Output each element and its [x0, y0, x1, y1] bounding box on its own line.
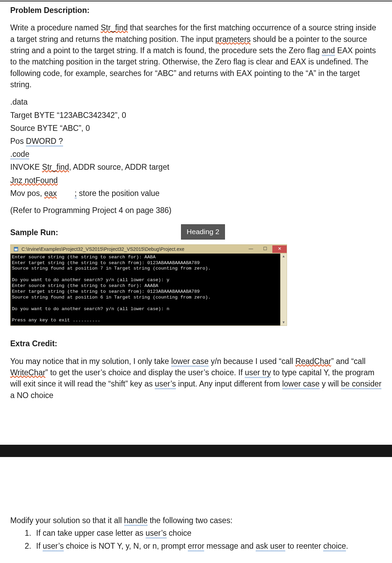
code-line-jnz: Jnz notFound: [10, 175, 382, 186]
grammar-and: and: [322, 46, 335, 56]
problem-description-paragraph: Write a procedure named Str_find that se…: [10, 22, 382, 90]
grammar-user-try: user try: [245, 368, 271, 378]
text: , ADDR source, ADDR target: [69, 163, 169, 171]
document-page-2: Modify your solution so that it all hand…: [0, 515, 392, 552]
minimize-button[interactable]: —: [244, 245, 258, 253]
scroll-up-icon[interactable]: ▲: [281, 254, 287, 260]
code-line-code: .code: [10, 149, 382, 159]
modify-list: If can take upper case letter as user’s …: [10, 528, 382, 552]
spellcheck-eax: eax: [44, 189, 57, 198]
grammar-users-2: user’s: [146, 529, 167, 538]
code-line-mov: Mov pos, eax; store the position value: [10, 188, 382, 199]
text: If can take upper case letter as: [36, 529, 146, 537]
text: choice is NOT Y, y, N, or n, prompt: [64, 542, 188, 550]
grammar-lower-case-2: lower case: [282, 379, 320, 389]
extra-credit-paragraph: You may notice that in my solution, I on…: [10, 356, 382, 401]
scroll-down-icon[interactable]: ▼: [281, 319, 287, 325]
code-line-invoke: INVOKE Str_find, ADDR source, ADDR targe…: [10, 162, 382, 172]
page-divider-band: [0, 445, 392, 457]
text: input. Any input different from: [176, 379, 282, 388]
modify-paragraph: Modify your solution so that it all hand…: [10, 515, 382, 526]
code-line-pos: Pos DWORD ?: [10, 136, 382, 147]
console-window: C:\Irvine\Examples\Project32_VS2015\Proj…: [10, 244, 287, 326]
code-line-target: Target BYTE “123ABC342342”, 0: [10, 110, 382, 121]
text: INVOKE: [10, 163, 42, 171]
text: .: [346, 542, 348, 550]
text: y/n because I used “call: [209, 357, 295, 366]
console-titlebar[interactable]: C:\Irvine\Examples\Project32_VS2015\Proj…: [11, 245, 287, 254]
spellcheck-writechar: WriteChar: [10, 368, 45, 377]
text: Write a procedure named: [10, 23, 101, 32]
text: ” to get the user’s choice and display t…: [45, 368, 245, 377]
spellcheck-str-find-2: Str_find: [42, 163, 69, 171]
document-page: Problem Description: Write a procedure n…: [0, 5, 392, 401]
spellcheck-prameters: prameters: [215, 35, 251, 44]
spellcheck-readchar: ReadChar: [296, 357, 331, 366]
text: message and: [204, 542, 256, 550]
problem-description-heading: Problem Description:: [10, 5, 382, 16]
list-item: If user’s choice is NOT Y, y, N, or n, p…: [33, 541, 382, 552]
grammar-lower-case-1: lower case: [171, 357, 209, 367]
text: to reenter: [285, 542, 323, 550]
text: y will: [320, 379, 341, 388]
text: the following two cases:: [148, 516, 232, 525]
grammar-users-3: user’s: [43, 542, 64, 551]
text: store the position value: [77, 189, 160, 198]
maximize-button[interactable]: ☐: [258, 245, 272, 253]
grammar-error: error: [188, 542, 205, 551]
sample-run-heading: Sample Run:: [10, 227, 58, 238]
grammar-ask-user: ask user: [256, 542, 285, 551]
text: Pos: [10, 137, 26, 146]
grammar-code: .code: [10, 150, 29, 159]
reference-line: (Refer to Programming Project 4 on page …: [10, 205, 382, 216]
spellcheck-jnz-notfound: Jnz notFound: [10, 176, 58, 185]
spellcheck-str-find: Str_find: [101, 23, 128, 32]
console-app-icon: [13, 246, 19, 253]
text: Mov pos,: [10, 189, 44, 198]
sample-run-row: Sample Run: Heading 2: [10, 225, 382, 240]
console-output[interactable]: Enter source string (the string to searc…: [11, 254, 280, 326]
top-border: [0, 0, 392, 1]
console-title-path: C:\Irvine\Examples\Project32_VS2015\Proj…: [21, 246, 244, 253]
grammar-users-1: user’s: [155, 379, 176, 389]
svg-rect-2: [15, 247, 18, 248]
text: choice: [167, 529, 192, 537]
list-item: If can take upper case letter as user’s …: [33, 528, 382, 539]
grammar-be-consider: be consider: [341, 379, 381, 389]
text: You may notice that in my solution, I on…: [10, 357, 171, 366]
code-line-source: Source BYTE “ABC”, 0: [10, 123, 382, 134]
grammar-handle: handle: [124, 516, 148, 526]
heading2-tooltip: Heading 2: [181, 224, 225, 239]
text: ” and “call: [331, 357, 365, 366]
text: a NO choice: [10, 391, 54, 400]
extra-credit-heading: Extra Credit:: [10, 338, 382, 349]
console-scrollbar[interactable]: ▲ ▼: [280, 254, 287, 326]
grammar-choice: choice: [323, 542, 346, 551]
console-body: Enter source string (the string to searc…: [11, 254, 287, 326]
text: Modify your solution so that it all: [10, 516, 124, 525]
close-button[interactable]: ✕: [272, 245, 287, 253]
text: If: [36, 542, 43, 550]
code-line-data: .data: [10, 96, 382, 107]
grammar-dword: DWORD ?: [26, 137, 63, 147]
